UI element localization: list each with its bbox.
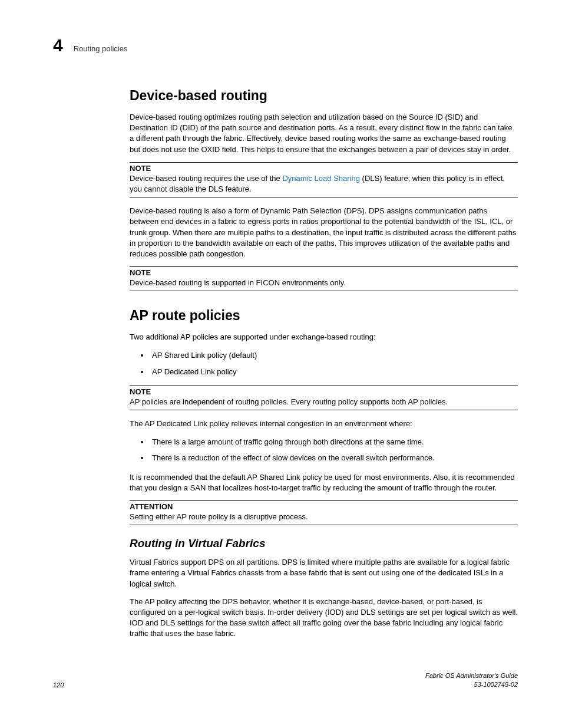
note-text: AP policies are independent of routing p… (130, 397, 518, 407)
list-item: There is a large amount of traffic going… (150, 436, 518, 447)
page: 4 Routing policies Device-based routing … (0, 0, 562, 712)
note-box: NOTE Device-based routing requires the u… (130, 162, 518, 197)
heading-ap-route-policies: AP route policies (130, 308, 518, 324)
doc-id: 53-1002745-02 (425, 680, 518, 689)
note-text: Device-based routing requires the use of… (130, 173, 518, 195)
content-area: Device-based routing Device-based routin… (130, 88, 518, 639)
note-text-prefix: Device-based routing requires the use of… (130, 174, 282, 183)
page-footer: 120 Fabric OS Administrator's Guide 53-1… (53, 671, 518, 689)
footer-doc-info: Fabric OS Administrator's Guide 53-10027… (425, 671, 518, 689)
list-item: There is a reduction of the effect of sl… (150, 452, 518, 463)
chapter-number: 4 (53, 35, 63, 55)
note-text: Device-based routing is supported in FIC… (130, 278, 518, 288)
body-paragraph: It is recommended that the default AP Sh… (130, 472, 518, 493)
note-box: NOTE Device-based routing is supported i… (130, 266, 518, 291)
note-label: NOTE (130, 387, 518, 396)
doc-title: Fabric OS Administrator's Guide (425, 671, 518, 680)
note-label: NOTE (130, 268, 518, 277)
heading-device-based-routing: Device-based routing (130, 88, 518, 104)
heading-routing-virtual-fabrics: Routing in Virtual Fabrics (130, 537, 518, 550)
chapter-title: Routing policies (74, 44, 128, 53)
body-paragraph: Virtual Fabrics support DPS on all parti… (130, 557, 518, 589)
page-number: 120 (53, 681, 64, 689)
body-paragraph: Two additional AP policies are supported… (130, 332, 518, 342)
attention-text: Setting either AP route policy is a disr… (130, 512, 518, 522)
body-paragraph: The AP Dedicated Link policy relieves in… (130, 419, 518, 429)
body-paragraph: Device-based routing optimizes routing p… (130, 112, 518, 155)
note-label: NOTE (130, 164, 518, 173)
note-box: NOTE AP policies are independent of rout… (130, 386, 518, 410)
list-item: AP Shared Link policy (default) (150, 350, 518, 361)
attention-box: ATTENTION Setting either AP route policy… (130, 500, 518, 525)
bullet-list: There is a large amount of traffic going… (130, 436, 518, 463)
attention-label: ATTENTION (130, 502, 518, 511)
dynamic-load-sharing-link[interactable]: Dynamic Load Sharing (282, 174, 360, 183)
body-paragraph: The AP policy affecting the DPS behavior… (130, 597, 518, 640)
page-header: 4 Routing policies (53, 35, 518, 55)
body-paragraph: Device-based routing is also a form of D… (130, 206, 518, 259)
bullet-list: AP Shared Link policy (default) AP Dedic… (130, 350, 518, 377)
list-item: AP Dedicated Link policy (150, 366, 518, 377)
